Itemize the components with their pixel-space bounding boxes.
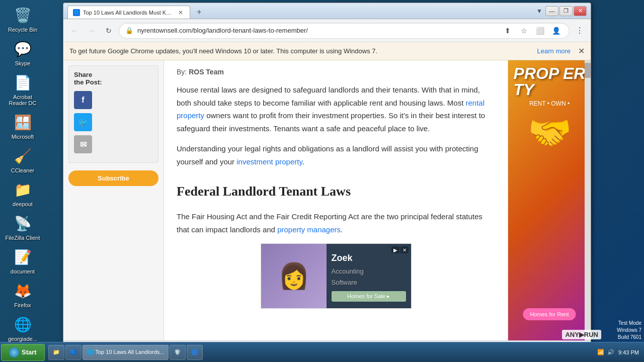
share-title: Sharethe Post: xyxy=(74,71,153,86)
desktop-icon-deepout[interactable]: 📁 deepout xyxy=(3,177,43,210)
learn-more-link[interactable]: Learn more xyxy=(537,47,571,55)
taskbar-ie[interactable]: 🌀 xyxy=(187,345,203,360)
desktop-icon-acrobat[interactable]: 📄 Acrobat Reader DC xyxy=(3,70,43,109)
firefox-icon: 🦊 xyxy=(13,281,33,301)
taskbar-right: 📶 🔊 9:43 PM xyxy=(592,349,644,355)
restore-button[interactable]: ❐ xyxy=(559,6,573,16)
ad-info-button[interactable]: ▶ xyxy=(391,246,399,253)
chrome-menu-button[interactable]: ⋮ xyxy=(573,24,587,38)
address-actions: ⬆ ☆ ⬜ 👤 xyxy=(501,24,563,38)
ccleaner-icon: 🧹 xyxy=(13,146,33,166)
address-input[interactable]: 🔒 nyrentownsell.com/blog/landlord-tenant… xyxy=(119,23,570,39)
document-label: document xyxy=(11,268,35,275)
new-tab-button[interactable]: + xyxy=(192,6,206,19)
taskbar-browser-active[interactable]: 🌐 Top 10 Laws All Landlords... xyxy=(83,345,169,360)
windows-icon xyxy=(9,347,19,357)
start-button[interactable]: Start xyxy=(1,344,45,361)
acrobat-label: Acrobat Reader DC xyxy=(5,94,40,106)
back-button[interactable]: ← xyxy=(67,24,82,38)
left-sidebar: Sharethe Post: f 🐦 ✉ Subscribe xyxy=(63,60,164,340)
browser-tab-active[interactable]: 🌐 Top 10 Laws All Landlords Must Kno... … xyxy=(67,6,190,19)
ad-cta-button[interactable]: Homes for Sale ▸ xyxy=(332,291,406,302)
paragraph2-suffix: . xyxy=(302,157,304,166)
paragraph1b-text: owners want to profit from their investm… xyxy=(177,111,485,133)
title-bar: 🌐 Top 10 Laws All Landlords Must Kno... … xyxy=(63,3,591,19)
microsoft-label: Microsoft xyxy=(12,134,34,140)
article-paragraph-3: The Fair Housing Act and the Fair Credit… xyxy=(177,210,495,236)
scrollbar[interactable] xyxy=(585,60,591,340)
taskbar-explorer[interactable]: 📁 xyxy=(48,345,64,360)
anyrun-logo: ANY▶RUN xyxy=(562,330,601,339)
ad-subtitle: Accounting Software xyxy=(332,266,406,288)
recycle-bin-icon: 🗑️ xyxy=(13,5,33,25)
deepout-icon: 📁 xyxy=(13,179,33,200)
desktop-icon-ccleaner[interactable]: 🧹 CCleaner xyxy=(3,143,43,176)
paragraph2-prefix: Understanding your legal rights and obli… xyxy=(177,144,478,166)
scrollbar-thumb[interactable] xyxy=(585,63,591,78)
tab-close-button[interactable]: ✕ xyxy=(177,9,185,17)
twitter-share-button[interactable]: 🐦 xyxy=(74,113,92,131)
window-controls: — ❐ ✕ xyxy=(545,6,587,16)
desktop: 🗑️ Recycle Bin 💬 Skype 📄 Acrobat Reader … xyxy=(0,0,644,362)
reader-mode-button[interactable]: ⬜ xyxy=(533,24,547,38)
desktop-icon-microsoft[interactable]: 🪟 Microsoft xyxy=(3,110,43,142)
homes-for-rent-button[interactable]: Homes for Rent xyxy=(523,308,576,320)
email-share-button[interactable]: ✉ xyxy=(74,135,92,153)
refresh-button[interactable]: ↻ xyxy=(102,24,116,38)
ccleaner-label: CCleaner xyxy=(11,167,34,173)
share-page-button[interactable]: ⬆ xyxy=(501,24,515,38)
tab-title: Top 10 Laws All Landlords Must Kno... xyxy=(83,10,174,16)
notification-close-button[interactable]: ✕ xyxy=(578,46,585,56)
investment-property-link[interactable]: investment property xyxy=(236,157,302,166)
volume-icon: 🔊 xyxy=(607,349,614,355)
ad-controls: ▶ ✕ xyxy=(391,246,409,253)
desktop-icon-skype[interactable]: 💬 Skype xyxy=(3,36,43,69)
desktop-icon-georgia[interactable]: 🌐 georgiade... xyxy=(3,312,43,344)
author-name: ROS Team xyxy=(189,68,224,76)
desktop-icon-firefox[interactable]: 🦊 Firefox xyxy=(3,278,43,311)
time-display: 9:43 PM xyxy=(618,349,639,355)
network-icon: 📶 xyxy=(597,349,604,355)
skype-label: Skype xyxy=(15,60,31,66)
article-paragraph-1: House rental laws are designed to safegu… xyxy=(177,83,495,135)
desktop-icon-recycle-bin[interactable]: 🗑️ Recycle Bin xyxy=(3,3,43,35)
share-box: Sharethe Post: f 🐦 ✉ xyxy=(68,65,158,163)
property-managers-link[interactable]: property managers xyxy=(277,225,341,234)
desktop-icon-document[interactable]: 📝 document xyxy=(3,244,43,277)
georgia-icon: 🌐 xyxy=(13,314,33,334)
facebook-share-button[interactable]: f xyxy=(74,91,92,109)
author-prefix: By: xyxy=(177,68,187,76)
ad-banner: ▶ ✕ 👩 Zoek Accounting Softwar xyxy=(261,243,412,309)
start-label: Start xyxy=(22,348,37,356)
taskbar-security[interactable]: 🛡️ xyxy=(170,345,186,360)
subscribe-button[interactable]: Subscribe xyxy=(68,170,158,186)
paragraph1-text: House rental laws are designed to safegu… xyxy=(177,85,480,107)
right-sidebar: PROP ERTY RENT • OWN • 🤝 Homes for Rent xyxy=(508,60,591,340)
microsoft-icon: 🪟 xyxy=(13,112,33,132)
ad-text: Zoek Accounting Software Homes for Sale … xyxy=(327,244,411,308)
test-mode-text: Test Mode Windows 7 Build 7601 xyxy=(617,320,641,341)
right-ad: PROP ERTY RENT • OWN • 🤝 xyxy=(508,60,591,340)
minimize-button[interactable]: — xyxy=(545,6,558,16)
account-button[interactable]: 👤 xyxy=(549,24,563,38)
ad-close-button[interactable]: ✕ xyxy=(400,246,409,253)
main-content[interactable]: By: ROS Team House rental laws are desig… xyxy=(164,60,508,340)
tab-bar: 🌐 Top 10 Laws All Landlords Must Kno... … xyxy=(67,3,533,19)
taskbar-items: 📁 🔵 🌐 Top 10 Laws All Landlords... 🛡️ 🌀 xyxy=(48,344,590,361)
section-heading: Federal Landlord Tenant Laws xyxy=(177,180,495,203)
paragraph3-suffix: . xyxy=(341,225,343,234)
taskbar-chrome[interactable]: 🔵 xyxy=(65,345,82,360)
forward-button[interactable]: → xyxy=(85,24,99,38)
ad-person-icon: 👩 xyxy=(278,255,309,298)
tab-expand-button[interactable]: ▼ xyxy=(533,5,545,17)
lock-icon: 🔒 xyxy=(125,27,133,34)
firefox-label: Firefox xyxy=(14,302,31,308)
bookmark-button[interactable]: ☆ xyxy=(517,24,531,38)
notification-text: To get future Google Chrome updates, you… xyxy=(69,47,537,55)
tab-favicon: 🌐 xyxy=(73,9,80,16)
close-button[interactable]: ✕ xyxy=(574,6,587,16)
georgia-label: georgiade... xyxy=(8,336,37,342)
desktop-icon-filezilla[interactable]: 📡 FileZilla Client xyxy=(3,211,43,243)
deepout-label: deepout xyxy=(13,201,33,207)
handshake-icon: 🤝 xyxy=(528,112,572,153)
